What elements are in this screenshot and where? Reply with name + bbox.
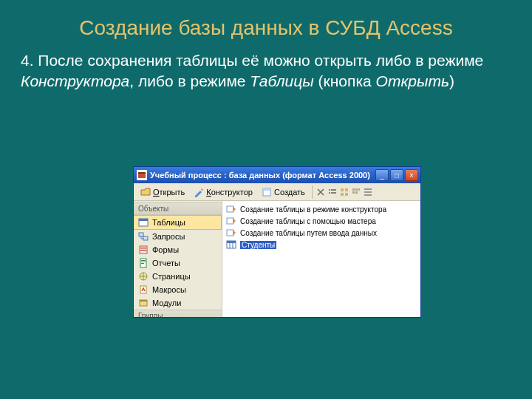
list-item-label: Студенты (240, 241, 276, 249)
small-icons-icon[interactable] (351, 187, 361, 197)
svg-rect-18 (364, 191, 372, 193)
svg-rect-23 (143, 236, 148, 240)
design-icon (194, 187, 204, 197)
access-db-window: Учебный процесс : база данных (формат Ac… (133, 166, 421, 318)
body-area: Объекты Таблицы Запросы Формы Отчеты Стр… (134, 201, 420, 317)
create-icon (262, 187, 272, 197)
list-item-label: Создание таблицы с помощью мастера (240, 217, 376, 225)
svg-rect-15 (352, 191, 355, 194)
sidebar-item-queries[interactable]: Запросы (134, 230, 222, 243)
app-icon (137, 170, 147, 180)
open-button[interactable]: Открыть (137, 185, 188, 199)
svg-rect-22 (139, 233, 143, 236)
sidebar-item-pages[interactable]: Страницы (134, 270, 222, 283)
text-italic-2: Таблицы (250, 72, 313, 89)
sidebar-item-modules[interactable]: Модули (134, 296, 222, 310)
svg-rect-1 (138, 172, 146, 174)
content-pane[interactable]: Создание таблицы в режиме конструктора С… (222, 201, 420, 317)
list-item-create-wizard[interactable]: Создание таблицы с помощью мастера (225, 215, 418, 227)
text-italic-3: Открыть (376, 72, 449, 89)
svg-rect-17 (364, 188, 372, 190)
svg-rect-5 (331, 189, 336, 191)
maximize-button[interactable]: □ (390, 169, 403, 181)
text-part: , либо в режиме (129, 72, 250, 89)
sidebar-item-label: Формы (152, 245, 179, 254)
svg-rect-30 (141, 263, 144, 264)
wizard-icon (226, 228, 236, 238)
svg-rect-10 (341, 193, 344, 196)
svg-rect-13 (355, 188, 358, 191)
body-text: 4. После сохранения таблицы её можно отк… (0, 46, 532, 92)
sidebar-item-forms[interactable]: Формы (134, 243, 222, 256)
macros-icon (138, 284, 149, 295)
list-view-icon[interactable] (327, 187, 338, 197)
list-item-students[interactable]: Студенты (225, 239, 418, 250)
svg-rect-14 (358, 188, 360, 191)
svg-rect-37 (227, 230, 233, 236)
list-item-create-data[interactable]: Создание таблицы путем ввода данных (225, 227, 418, 239)
sidebar-item-reports[interactable]: Отчеты (134, 256, 222, 270)
svg-rect-3 (263, 188, 270, 191)
svg-rect-12 (352, 188, 355, 191)
slide-title: Создание базы данных в СУБД Access (0, 0, 532, 46)
svg-rect-6 (329, 192, 330, 194)
forms-icon (138, 245, 149, 255)
create-button[interactable]: Создать (258, 185, 309, 199)
svg-rect-9 (345, 188, 348, 191)
svg-rect-4 (329, 189, 330, 191)
window-title: Учебный процесс : база данных (формат Ac… (150, 171, 375, 180)
list-item-label: Создание таблицы в режиме конструктора (240, 205, 386, 214)
text-italic-1: Конструктора (21, 72, 129, 89)
svg-rect-28 (141, 260, 146, 261)
sidebar-item-label: Таблицы (152, 218, 185, 227)
titlebar[interactable]: Учебный процесс : база данных (формат Ac… (134, 167, 420, 183)
svg-rect-16 (355, 191, 358, 194)
svg-rect-36 (227, 218, 233, 224)
details-icon[interactable] (363, 187, 373, 197)
design-label-rest: онструктор (211, 188, 253, 197)
tables-icon (138, 217, 149, 228)
sidebar-item-label: Отчеты (152, 259, 180, 267)
svg-rect-25 (140, 248, 146, 249)
sidebar-item-label: Страницы (152, 272, 191, 281)
sidebar-header-groups[interactable]: Группы (134, 310, 222, 317)
wizard-icon (226, 204, 236, 214)
svg-rect-26 (140, 250, 146, 251)
svg-rect-39 (227, 241, 236, 243)
design-button[interactable]: Конструктор (190, 185, 256, 199)
text-part: 4. После сохранения таблицы её можно отк… (21, 52, 483, 69)
svg-rect-11 (345, 193, 348, 196)
svg-rect-8 (341, 188, 344, 191)
list-item-label: Создание таблицы путем ввода данных (240, 229, 377, 237)
minimize-button[interactable]: _ (375, 169, 389, 181)
svg-rect-7 (331, 192, 336, 194)
svg-rect-29 (141, 262, 146, 262)
text-part: ) (449, 72, 454, 89)
svg-rect-19 (364, 194, 372, 196)
separator (312, 185, 313, 199)
table-icon (226, 239, 236, 250)
sidebar-item-macros[interactable]: Макросы (134, 283, 222, 296)
large-icons-icon[interactable] (339, 187, 349, 197)
modules-icon (138, 298, 149, 308)
open-icon (140, 187, 151, 197)
sidebar: Объекты Таблицы Запросы Формы Отчеты Стр… (134, 201, 222, 317)
svg-rect-21 (139, 219, 148, 221)
queries-icon (138, 231, 149, 242)
list-item-create-design[interactable]: Создание таблицы в режиме конструктора (225, 203, 418, 215)
svg-rect-34 (140, 300, 147, 301)
sidebar-item-tables[interactable]: Таблицы (134, 215, 222, 230)
sidebar-item-label: Запросы (152, 232, 185, 241)
wizard-icon (226, 216, 236, 226)
sidebar-header-objects[interactable]: Объекты (134, 202, 222, 215)
toolbar: Открыть Конструктор Создать (134, 183, 420, 201)
close-button[interactable]: × (405, 169, 418, 181)
sidebar-item-label: Макросы (152, 285, 186, 294)
open-label-rest: ткрыть (160, 188, 185, 197)
delete-icon[interactable] (316, 187, 326, 197)
text-part: (кнопка (314, 72, 376, 89)
svg-rect-35 (227, 206, 233, 212)
pages-icon (138, 271, 149, 282)
sidebar-item-label: Модули (152, 299, 181, 307)
create-label-post: ать (293, 188, 305, 197)
